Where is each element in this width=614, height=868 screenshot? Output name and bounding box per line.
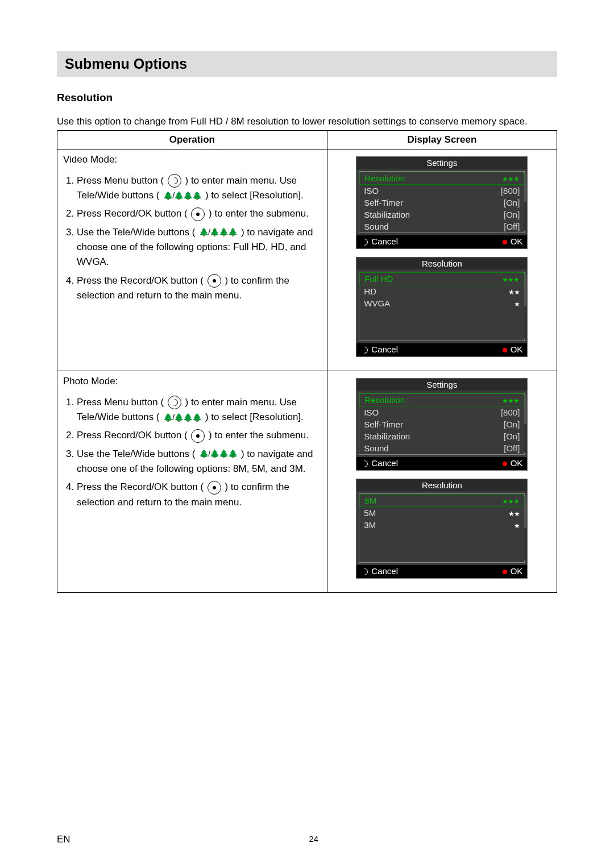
ok-label: OK bbox=[503, 236, 523, 246]
screen-title: Resolution bbox=[356, 479, 527, 491]
t: Press Record/OK button ( bbox=[77, 208, 188, 219]
row-label: Stabilization bbox=[364, 210, 410, 219]
screen-row: ISO[800] bbox=[359, 185, 524, 197]
screen-title: Resolution bbox=[356, 258, 527, 269]
screen-row: Sound[Off] bbox=[359, 442, 524, 454]
t: Press Menu button ( bbox=[77, 175, 164, 186]
screen-title: Settings bbox=[356, 379, 527, 391]
video-mode-label: Video Mode: bbox=[63, 154, 321, 165]
star-icon: ★★★ bbox=[502, 497, 519, 505]
scrollbar-icon bbox=[524, 274, 526, 339]
row-value: [800] bbox=[501, 186, 520, 196]
record-ok-icon bbox=[208, 274, 221, 288]
photo-display-cell: Settings Resolution★★★ISO[800]Self-Timer… bbox=[327, 371, 557, 592]
star-icon: ★★★ bbox=[502, 397, 519, 405]
scrollbar-icon bbox=[524, 173, 526, 231]
options-table: Operation Display Screen Video Mode: Pre… bbox=[57, 130, 557, 593]
t: Use the Tele/Wide buttons ( bbox=[77, 227, 196, 238]
row-label: Resolution bbox=[364, 395, 405, 405]
cancel-label: Cancel bbox=[361, 458, 398, 468]
row-label: ISO bbox=[364, 408, 379, 417]
screen-row: Full HD★★★ bbox=[359, 272, 524, 285]
photo-step-1: Press Menu button ( ) to enter main menu… bbox=[77, 395, 321, 425]
cancel-label: Cancel bbox=[361, 566, 398, 576]
cancel-label: Cancel bbox=[361, 236, 398, 246]
menu-icon bbox=[168, 174, 181, 188]
screen-row: 5M★★ bbox=[359, 507, 524, 519]
star-icon: ★★ bbox=[508, 288, 520, 296]
row-value: [On] bbox=[504, 420, 520, 429]
row-label: 3M bbox=[364, 520, 376, 530]
screen-row: WVGA★ bbox=[359, 297, 524, 309]
ok-label: OK bbox=[503, 458, 523, 468]
screen-row: Resolution★★★ bbox=[359, 393, 524, 406]
lang-label: EN bbox=[57, 834, 70, 845]
photo-mode-label: Photo Mode: bbox=[63, 376, 321, 387]
cancel-label: Cancel bbox=[361, 344, 398, 354]
photo-step-3: Use the Tele/Wide buttons ( 🌲/🌲🌲🌲 ) to n… bbox=[77, 447, 321, 477]
video-step-2: Press Record/OK button ( ) to enter the … bbox=[77, 206, 321, 221]
screen-row: Sound[Off] bbox=[359, 221, 524, 232]
row-label: HD bbox=[364, 286, 376, 296]
row-value: [On] bbox=[504, 431, 520, 441]
t: Press the Record/OK button ( bbox=[77, 275, 204, 286]
row-value: ★★ bbox=[508, 508, 520, 518]
video-step-4: Press the Record/OK button ( ) to confir… bbox=[77, 273, 321, 304]
screen-row: Resolution★★★ bbox=[359, 172, 524, 185]
settings-screen: Settings Resolution★★★ISO[800]Self-Timer… bbox=[356, 156, 528, 249]
row-label: Sound bbox=[364, 222, 388, 231]
t: ) to select [Resolution]. bbox=[205, 412, 304, 422]
col-display: Display Screen bbox=[327, 130, 557, 149]
row-label: Stabilization bbox=[364, 431, 410, 441]
video-step-1: Press Menu button ( ) to enter main menu… bbox=[77, 173, 321, 203]
screen-row: Self-Timer[On] bbox=[359, 418, 524, 430]
star-icon: ★ bbox=[514, 300, 520, 308]
screen-row: 3M★ bbox=[359, 519, 524, 531]
screen-row: Stabilization[On] bbox=[359, 209, 524, 221]
row-label: Sound bbox=[364, 443, 388, 453]
t: ) to enter the submenu. bbox=[209, 208, 309, 219]
intro-text: Use this option to change from Full HD /… bbox=[57, 114, 557, 129]
subsection-title: Resolution bbox=[57, 92, 557, 104]
resolution-screen: Resolution 8M★★★5M★★3M★ Cancel OK bbox=[356, 479, 528, 579]
t: Press Record/OK button ( bbox=[77, 430, 188, 441]
screen-row: HD★★ bbox=[359, 285, 524, 297]
row-value: ★★★ bbox=[502, 173, 519, 183]
t: Press Menu button ( bbox=[77, 397, 164, 408]
row-label: Resolution bbox=[364, 173, 405, 183]
row-value: ★★★ bbox=[502, 395, 519, 405]
row-label: 5M bbox=[364, 508, 376, 518]
scrollbar-icon bbox=[524, 496, 526, 560]
tele-wide-icon: 🌲/🌲🌲🌲 bbox=[199, 226, 237, 239]
t: ) to select [Resolution]. bbox=[205, 190, 304, 201]
scrollbar-icon bbox=[524, 395, 526, 452]
photo-operation-cell: Photo Mode: Press Menu button ( ) to ent… bbox=[57, 371, 327, 592]
record-ok-icon bbox=[208, 481, 221, 495]
section-title: Submenu Options bbox=[57, 51, 557, 77]
row-label: WVGA bbox=[364, 298, 390, 308]
page-footer: EN 24 bbox=[57, 834, 557, 845]
row-value: [800] bbox=[501, 408, 520, 417]
screen-row: Self-Timer[On] bbox=[359, 197, 524, 209]
screen-row: Stabilization[On] bbox=[359, 430, 524, 442]
row-label: ISO bbox=[364, 186, 379, 196]
photo-step-4: Press the Record/OK button ( ) to confir… bbox=[77, 480, 321, 510]
star-icon: ★★ bbox=[508, 510, 520, 518]
ok-label: OK bbox=[503, 566, 523, 576]
record-ok-icon bbox=[191, 207, 205, 221]
row-label: Full HD bbox=[364, 274, 393, 284]
t: ) to enter the submenu. bbox=[209, 430, 309, 441]
t: Press the Record/OK button ( bbox=[77, 481, 204, 492]
row-value: ★ bbox=[514, 298, 520, 308]
star-icon: ★★★ bbox=[502, 175, 519, 183]
settings-screen: Settings Resolution★★★ISO[800]Self-Timer… bbox=[356, 378, 528, 471]
row-value: ★★ bbox=[508, 286, 520, 296]
record-ok-icon bbox=[191, 429, 205, 443]
row-value: [On] bbox=[504, 210, 520, 219]
star-icon: ★★★ bbox=[502, 276, 519, 284]
screen-row: ISO[800] bbox=[359, 406, 524, 418]
row-value: ★★★ bbox=[502, 274, 519, 284]
resolution-screen: Resolution Full HD★★★HD★★WVGA★ Cancel OK bbox=[356, 257, 528, 357]
screen-row: 8M★★★ bbox=[359, 494, 524, 507]
tele-wide-icon: 🌲/🌲🌲🌲 bbox=[163, 190, 201, 202]
